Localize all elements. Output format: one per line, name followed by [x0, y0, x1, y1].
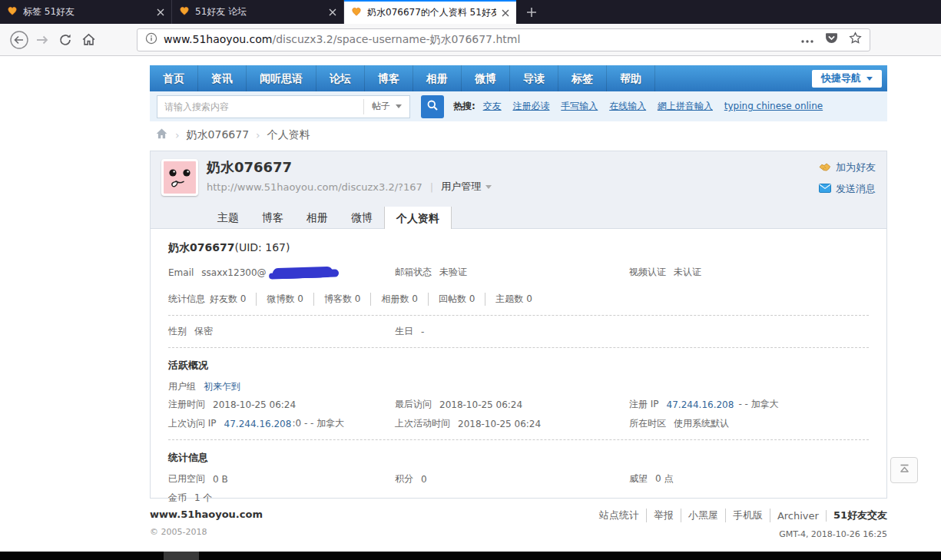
prestige-value: 0 点 — [655, 472, 673, 485]
search-category-label: 帖子 — [372, 100, 390, 113]
stat-blog-label: 博客数 — [324, 293, 352, 304]
nav-item-wentingsiyu[interactable]: 闻听思语 — [247, 65, 316, 91]
footer-site-link[interactable]: www.51haoyou.com — [150, 509, 263, 520]
footer-link-mobile[interactable]: 手机版 — [726, 509, 770, 522]
avatar-face — [164, 161, 196, 194]
tab-album[interactable]: 相册 — [295, 207, 340, 228]
tab-weibo[interactable]: 微博 — [340, 207, 384, 228]
footer-link-archiver[interactable]: Archiver — [770, 510, 827, 522]
hot-link-must-read[interactable]: 注册必读 — [512, 101, 549, 111]
used-space-label: 已用空间 — [168, 472, 205, 485]
footer-link-report[interactable]: 举报 — [647, 509, 681, 522]
profile-homepage-url: http://www.51haoyou.com/discuzx3.2/?167 — [207, 181, 422, 193]
tab-close-icon[interactable] — [329, 8, 336, 16]
stats-prefix: 统计信息 — [168, 293, 205, 306]
tab-close-icon[interactable] — [502, 9, 509, 17]
tab-threads[interactable]: 主题 — [206, 207, 250, 228]
last-active-label: 上次活动时间 — [395, 417, 450, 430]
browser-tab-active[interactable]: 奶水076677的个人资料 51好友 — [344, 0, 516, 24]
search-input[interactable] — [157, 97, 363, 117]
site-info-icon[interactable] — [145, 32, 157, 48]
nav-item-forum[interactable]: 论坛 — [316, 65, 365, 91]
browser-tab-1[interactable]: 标签 51好友 — [0, 0, 172, 24]
footer-link-site-stats[interactable]: 站点统计 — [592, 509, 647, 522]
tab-close-icon[interactable] — [157, 8, 164, 16]
register-ip-link[interactable]: 47.244.16.208 — [667, 399, 734, 410]
quick-nav-button[interactable]: 快捷导航 — [812, 70, 882, 88]
nav-item-album[interactable]: 相册 — [413, 65, 462, 91]
nav-item-blog[interactable]: 博客 — [365, 65, 413, 91]
chevron-down-icon — [485, 185, 492, 189]
search-category-dropdown[interactable]: 帖子 — [363, 99, 409, 114]
tab-personal-info[interactable]: 个人资料 — [384, 206, 452, 229]
site-nav-bar: 首页 资讯 闻听思语 论坛 博客 相册 微博 导读 标签 帮助 快捷导航 — [150, 65, 887, 91]
scroll-to-top-button[interactable] — [890, 457, 918, 483]
email-label: Email — [168, 267, 194, 278]
browser-tab-2[interactable]: 51好友 论坛 — [172, 0, 344, 24]
timezone-label: 所在时区 — [629, 417, 666, 430]
breadcrumb-home-icon[interactable] — [155, 128, 168, 142]
chevron-down-icon — [396, 104, 402, 108]
favicon-heart-icon — [179, 5, 190, 18]
hot-link-online-input[interactable]: 在线输入 — [609, 101, 646, 111]
footer-gmt-time: GMT-4, 2018-10-26 16:25 — [592, 529, 887, 539]
stat-friends-value: 0 — [240, 293, 247, 304]
bookmark-star-icon[interactable] — [849, 31, 862, 48]
divider — [168, 315, 869, 316]
quick-nav-label: 快捷导航 — [821, 71, 861, 85]
search-button[interactable] — [421, 95, 444, 118]
credits-value: 0 — [421, 474, 427, 485]
nav-item-tags[interactable]: 标签 — [558, 65, 607, 91]
hot-link-friends[interactable]: 交友 — [483, 101, 502, 111]
nav-item-guide[interactable]: 导读 — [510, 65, 558, 91]
gold-label: 金币 — [168, 492, 187, 505]
stat-album-label: 相册数 — [381, 293, 409, 304]
email-value: ssaxx12300@ — [201, 267, 266, 278]
hot-link-handwriting[interactable]: 手写输入 — [561, 101, 598, 111]
home-icon[interactable] — [77, 28, 100, 51]
new-tab-button[interactable] — [516, 0, 547, 24]
register-ip-suffix: - - 加拿大 — [738, 398, 778, 411]
used-space-value: 0 B — [213, 474, 228, 485]
usergroup-label: 用户组 — [168, 380, 196, 393]
back-icon[interactable] — [8, 28, 31, 51]
pocket-icon[interactable] — [825, 31, 838, 48]
nav-item-home[interactable]: 首页 — [150, 65, 198, 91]
last-ip-rest: :0 - - 加拿大 — [292, 417, 344, 430]
footer-brand-link[interactable]: 51好友交友 — [827, 509, 887, 522]
footer-link-banned[interactable]: 小黑屋 — [681, 509, 726, 522]
browser-tab-bar: 标签 51好友 51好友 论坛 奶水076677的个人资料 51好友 — [0, 0, 941, 24]
url-bar[interactable]: www.51haoyou.com/discuzx3.2/space-userna… — [137, 28, 870, 51]
nav-item-help[interactable]: 帮助 — [607, 65, 655, 91]
prestige-label: 威望 — [629, 472, 648, 485]
gender-label: 性别 — [168, 325, 187, 338]
stats-summary-row: 统计信息 好友数 0 微博数 0 博客数 0 相册数 0 回帖数 0 主题数 0 — [168, 293, 869, 306]
add-friend-label: 加为好友 — [836, 161, 876, 174]
stat-friends-label: 好友数 — [210, 293, 237, 304]
hot-link-typing-chinese[interactable]: typing chinese online — [724, 101, 823, 111]
browser-toolbar: www.51haoyou.com/discuzx3.2/space-userna… — [0, 24, 941, 56]
url-path: /discuzx3.2/space-username-奶水076677.html — [272, 33, 520, 45]
add-friend-link[interactable]: 加为好友 — [819, 161, 876, 174]
last-active-value: 2018-10-25 06:24 — [458, 419, 541, 429]
page-actions-icon[interactable] — [800, 32, 814, 47]
tab-blog[interactable]: 博客 — [250, 207, 295, 228]
divider — [168, 439, 869, 440]
breadcrumb-username[interactable]: 奶水076677 — [187, 128, 249, 142]
user-manage-dropdown[interactable]: 用户管理 — [441, 180, 492, 194]
hot-link-pinyin[interactable]: 網上拼音輸入 — [658, 101, 713, 111]
send-message-link[interactable]: 发送消息 — [819, 182, 876, 196]
nav-item-news[interactable]: 资讯 — [198, 65, 247, 91]
stat-weibo-label: 微博数 — [267, 293, 294, 304]
tab-title: 奶水076677的个人资料 51好友 — [367, 6, 496, 19]
search-bar-row: 帖子 热搜: 交友 注册必读 手写输入 在线输入 網上拼音輸入 typing c… — [150, 91, 887, 121]
url-text: www.51haoyou.com/discuzx3.2/space-userna… — [164, 33, 794, 47]
reload-icon[interactable] — [54, 28, 77, 51]
breadcrumb: › 奶水076677 › 个人资料 — [155, 128, 310, 142]
nav-item-weibo[interactable]: 微博 — [462, 65, 510, 91]
email-redaction-blob — [272, 266, 332, 279]
last-ip-link[interactable]: 47.244.16.208 — [224, 419, 292, 429]
forward-icon[interactable] — [31, 28, 54, 51]
favicon-heart-icon — [7, 5, 18, 18]
usergroup-link[interactable]: 初来乍到 — [204, 380, 240, 393]
